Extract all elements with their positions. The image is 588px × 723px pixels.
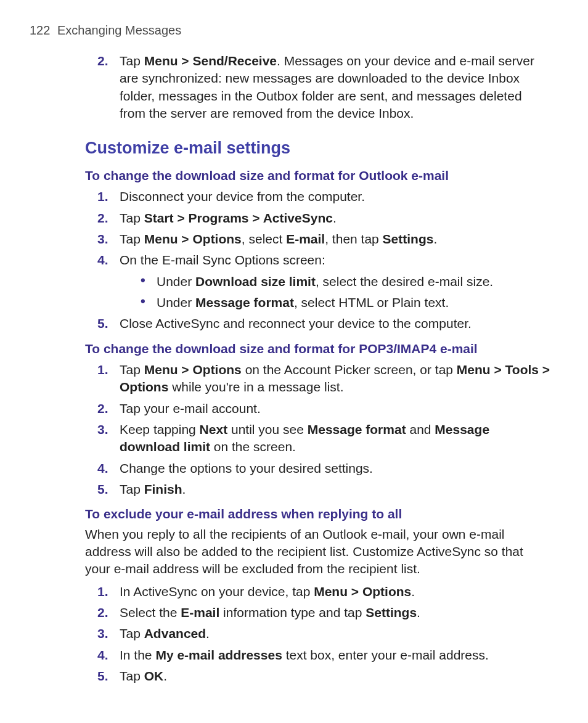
text-segment: Tap [120, 482, 144, 496]
text-segment: Advanced [144, 626, 206, 640]
text-segment: Close ActiveSync and reconnect your devi… [120, 316, 472, 330]
top-block: 2.Tap Menu > Send/Receive. Messages on y… [85, 52, 551, 122]
text-segment: E-mail [286, 232, 325, 246]
list-item: 3.Tap Advanced. [85, 625, 551, 642]
text-segment: . [182, 482, 186, 496]
text-segment: Message format [308, 422, 406, 436]
list-number: 2. [97, 400, 108, 417]
list-body: On the E-mail Sync Options screen: [120, 253, 325, 267]
text-segment: on the Account Picker screen, or tap [242, 362, 457, 377]
text-segment: E-mail [181, 605, 219, 619]
sub2-list: 1.Tap Menu > Options on the Account Pick… [85, 361, 551, 498]
bullet-item: Under Message format, select HTML or Pla… [141, 294, 551, 311]
list-item: 5.Tap Finish. [85, 481, 551, 498]
list-body: Close ActiveSync and reconnect your devi… [120, 316, 472, 330]
text-segment: . [433, 232, 437, 246]
page-number: 122 [30, 23, 50, 37]
section-title: Customize e-mail settings [85, 137, 551, 159]
text-segment: . [417, 605, 420, 619]
section-block: Customize e-mail settings To change the … [30, 137, 551, 685]
bullet-list: Under Download size limit, select the de… [141, 273, 551, 312]
text-segment: Change the options to your desired setti… [120, 461, 373, 475]
list-item: 5.Close ActiveSync and reconnect your de… [85, 315, 551, 332]
list-number: 1. [97, 583, 108, 600]
text-segment: In ActiveSync on your device, tap [120, 584, 314, 598]
text-segment: Menu > Options [314, 584, 411, 598]
list-number: 3. [97, 231, 108, 248]
list-item: 5.Tap OK. [85, 668, 551, 685]
text-segment: , select [242, 232, 286, 246]
list-number: 2. [97, 604, 108, 621]
sub1-title: To change the download size and format f… [85, 167, 551, 184]
list-body: In the My e-mail addresses text box, ent… [120, 648, 489, 662]
text-segment: Menu > Options [144, 232, 242, 246]
list-number: 4. [97, 251, 108, 269]
text-segment: , select the desired e-mail size. [316, 274, 493, 288]
list-body: Tap Menu > Send/Receive. Messages on you… [120, 54, 534, 120]
list-number: 5. [97, 668, 108, 685]
sub3-list: 1.In ActiveSync on your device, tap Menu… [85, 583, 551, 685]
text-segment: . [206, 626, 210, 640]
text-segment: Tap [120, 362, 144, 377]
text-segment: Download size limit [195, 274, 316, 288]
list-body: Tap your e-mail account. [120, 401, 261, 415]
text-segment: Settings [365, 605, 417, 619]
text-segment: Settings [383, 232, 434, 246]
text-segment: . [333, 211, 337, 225]
text-segment: Menu > Options [144, 362, 242, 377]
list-body: Tap OK. [120, 669, 167, 683]
text-segment: Under [157, 274, 195, 288]
list-body: Change the options to your desired setti… [120, 461, 373, 475]
list-number: 4. [97, 647, 108, 664]
list-body: Tap Finish. [120, 482, 186, 496]
text-segment: Select the [120, 605, 181, 619]
list-item: 4.On the E-mail Sync Options screen:Unde… [85, 251, 551, 311]
text-segment: until you see [227, 422, 308, 436]
text-segment: while you're in a message list. [168, 380, 343, 394]
list-body: Tap Advanced. [120, 626, 210, 640]
list-number: 1. [97, 361, 108, 378]
bullet-item: Under Download size limit, select the de… [141, 273, 551, 290]
list-item: 1.Disconnect your device from the comput… [85, 188, 551, 205]
text-segment: Message format [195, 295, 294, 309]
list-item: 1.In ActiveSync on your device, tap Menu… [85, 583, 551, 600]
list-item: 4.In the My e-mail addresses text box, e… [85, 647, 551, 664]
list-number: 3. [97, 625, 108, 642]
text-segment: , select HTML or Plain text. [294, 295, 449, 309]
sub2-title: To change the download size and format f… [85, 340, 551, 357]
text-segment: Tap [120, 232, 144, 246]
list-item: 3.Keep tapping Next until you see Messag… [85, 421, 551, 456]
list-item: 2.Tap Start > Programs > ActiveSync. [85, 210, 551, 227]
text-segment: Tap [120, 669, 144, 683]
text-segment: Disconnect your device from the computer… [120, 189, 365, 203]
text-segment: Tap [120, 211, 144, 225]
list-number: 2. [97, 210, 108, 227]
text-segment: My e-mail addresses [155, 648, 282, 662]
top-list: 2.Tap Menu > Send/Receive. Messages on y… [85, 52, 551, 122]
list-item: 4.Change the options to your desired set… [85, 460, 551, 477]
list-body: Select the E-mail information type and t… [120, 605, 420, 619]
sub1-list: 1.Disconnect your device from the comput… [85, 188, 551, 332]
text-segment: text box, enter your e-mail address. [282, 648, 489, 662]
text-segment: Tap [120, 54, 144, 68]
text-segment: Tap [120, 626, 144, 640]
page-content: 2.Tap Menu > Send/Receive. Messages on y… [30, 52, 551, 685]
text-segment: In the [120, 648, 155, 662]
text-segment: on the screen. [210, 439, 296, 454]
list-body: Disconnect your device from the computer… [120, 189, 365, 203]
text-segment: Tap your e-mail account. [120, 401, 261, 415]
list-item: 2.Tap your e-mail account. [85, 400, 551, 417]
list-item: 2.Tap Menu > Send/Receive. Messages on y… [85, 52, 551, 122]
text-segment: Next [200, 422, 228, 436]
chapter-title: Exchanging Messages [57, 23, 181, 37]
sub3-title: To exclude your e-mail address when repl… [85, 505, 551, 523]
list-number: 5. [97, 481, 108, 498]
list-number: 3. [97, 421, 108, 438]
text-segment: , then tap [325, 232, 382, 246]
text-segment: Menu > Send/Receive [144, 54, 277, 68]
list-number: 2. [97, 52, 108, 70]
list-item: 3.Tap Menu > Options, select E-mail, the… [85, 231, 551, 248]
page-header: 122 Exchanging Messages [30, 22, 551, 39]
text-segment: . [411, 584, 415, 598]
list-item: 1.Tap Menu > Options on the Account Pick… [85, 361, 551, 396]
